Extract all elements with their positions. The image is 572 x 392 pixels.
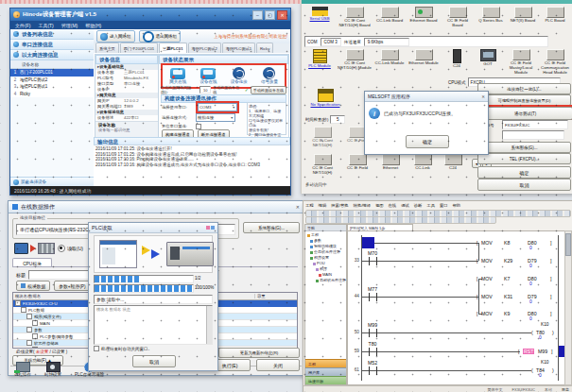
contact-symbol[interactable]	[369, 293, 377, 301]
menu-edit[interactable]: 编辑	[319, 203, 327, 208]
menu-help[interactable]: 帮助	[453, 203, 461, 208]
minimize-icon[interactable]	[206, 226, 210, 230]
if-cciefield-master[interactable]: CC IE Field Master/Local Module	[504, 49, 538, 75]
output-log[interactable]: 2016/11/09 17:01:25: 设备连接通道打开! 2016/11/0…	[94, 145, 290, 186]
exit-network-button[interactable]: 退出网络组	[139, 30, 182, 43]
cancel-button[interactable]: 取消	[132, 355, 176, 367]
if-cclink-module[interactable]: CC-Link Module	[373, 49, 406, 66]
cancel-button[interactable]: 取消	[477, 179, 571, 191]
dialog-ok-button[interactable]: 确定	[406, 135, 449, 148]
row-checkbox[interactable]	[26, 340, 32, 346]
radio-read[interactable]: 读取(U)	[58, 245, 83, 252]
if-ccie-module[interactable]: CC IE Cont NET/10(H) Module	[338, 49, 372, 71]
tab-device-4[interactable]: 海得PLC测试1	[222, 43, 255, 53]
auto-close-checkbox[interactable]	[94, 346, 99, 351]
instr-operand[interactable]: M99	[538, 349, 547, 354]
com-port-select[interactable]: COM3▼	[198, 103, 237, 111]
menu-find[interactable]: 搜索/替换	[331, 203, 348, 208]
menu-diagnostics[interactable]: 诊断	[414, 203, 423, 208]
row-checkbox[interactable]	[26, 314, 32, 319]
maximize-icon[interactable]: ▢	[265, 10, 275, 20]
menu-file[interactable]: 文件(F)	[15, 23, 30, 28]
menu-view[interactable]: 视图	[375, 203, 384, 208]
clock-setting-tool[interactable]: 时钟设置	[44, 362, 61, 377]
col-header-capacity[interactable]: 容量	[255, 294, 297, 298]
ok-button[interactable]: 确定	[477, 166, 571, 179]
manual-check-button[interactable]: 手动检测设备在线	[251, 86, 286, 94]
reset-checkbox[interactable]	[196, 124, 201, 129]
if-plc-board[interactable]: PLC Board	[540, 7, 570, 24]
instr-operand[interactable]: D80	[528, 276, 537, 281]
enter-network-button[interactable]: 进入网络组	[96, 30, 135, 43]
instr-operand[interactable]: K8	[504, 240, 510, 246]
nav-button-connection[interactable]: 连接目标	[305, 376, 346, 384]
device-row[interactable]: 3 海得PLC测试1	[10, 83, 94, 91]
row-checkbox[interactable]	[26, 327, 32, 332]
if-ethernet-module[interactable]: Ethernet Module	[407, 49, 440, 66]
dialog-titlebar[interactable]: MELSOFT 应用程序 ✕	[365, 92, 488, 102]
row-checkbox[interactable]	[15, 300, 21, 306]
instr-opcode[interactable]: MOV	[481, 294, 493, 299]
close-icon[interactable]: ✕	[277, 10, 287, 20]
row-checkbox[interactable]	[21, 307, 26, 313]
row-checkbox[interactable]	[32, 347, 38, 349]
com-port-field[interactable]: COM 3	[321, 38, 341, 46]
menu-project[interactable]: 工程	[305, 203, 314, 208]
menu-window[interactable]: 窗口	[440, 203, 448, 208]
result-listbox[interactable]: 模块名 数据名 状态	[94, 305, 213, 345]
instr-operand[interactable]: D79	[528, 258, 537, 264]
device-row[interactable]: 4 Ricky	[10, 91, 94, 98]
connection-path-button[interactable]: 连接路径一览(L)...	[477, 83, 571, 94]
station-no-specification[interactable]: No Specification	[305, 89, 345, 108]
speed-field[interactable]: 9.6Kbps	[364, 38, 409, 46]
if-ethernet-board[interactable]: Ethernet Board	[407, 7, 440, 24]
instr-operand[interactable]: K7	[504, 276, 510, 281]
contact-symbol[interactable]	[369, 366, 377, 375]
instr-operand[interactable]: K29	[504, 258, 512, 264]
sidebar-section-serial[interactable]: 串口连接信息	[10, 40, 94, 50]
if-cciefield-head[interactable]: CC IE Field Communication Head Module	[538, 49, 572, 75]
tree-item[interactable]: 局部软元件注释	[307, 278, 346, 283]
contact-symbol[interactable]	[369, 257, 377, 265]
instr-opcode[interactable]: MOV	[481, 311, 493, 316]
remote-operation-tool[interactable]: 远程操作	[14, 362, 31, 377]
instr-opcode[interactable]: MOV	[481, 276, 493, 281]
menu-help[interactable]: 帮助(H)	[85, 23, 101, 28]
menu-debug[interactable]: 调试	[401, 203, 409, 208]
close-icon[interactable]: ✕	[481, 94, 485, 99]
if-plc-module[interactable]: PLC Module	[303, 49, 336, 69]
mask-device-item[interactable]: 屏蔽选择设备	[10, 177, 94, 186]
sidebar-section-ethernet[interactable]: 以太网连接信息	[10, 50, 94, 60]
connect-mode-select[interactable]: 模拟连接▼	[196, 113, 235, 122]
time-check-field[interactable]: 5	[330, 115, 345, 124]
nav-button-project[interactable]: 工程	[305, 359, 346, 367]
auto-close-option[interactable]: 处理结束时自动关闭窗口。	[94, 346, 152, 351]
close-icon[interactable]: ✕	[296, 204, 300, 210]
close-button[interactable]: 关闭	[256, 359, 300, 371]
menu-tools[interactable]: 工具(T)	[38, 23, 53, 28]
hinode-titlebar[interactable]: Hinode设备管理客户端 v1.5 – ▢ ✕	[10, 9, 290, 21]
instr-opcode[interactable]: MOV	[481, 240, 493, 246]
coil-device[interactable]: T84	[536, 367, 545, 373]
instr-operand[interactable]: D79	[528, 294, 537, 299]
instr-operand[interactable]: K31	[504, 294, 512, 299]
tel-button[interactable]: TEL (FXCPU)...	[477, 153, 571, 164]
online-data-titlebar[interactable]: 在线数据操作 ✕	[9, 201, 303, 213]
contact-symbol[interactable]	[369, 348, 377, 356]
if-ccie-board[interactable]: CC IE Cont NET/10(H) Board	[338, 7, 372, 28]
net2-ccie-field[interactable]: CC IE Field	[341, 154, 373, 171]
minimize-icon[interactable]: –	[252, 10, 263, 20]
ladder-editor[interactable]: [ MOV K8 D80 ] 0 33 M70 [ MOV K29 D79 ] …	[347, 230, 565, 385]
close-icon[interactable]	[211, 226, 215, 230]
tab-home[interactable]: 系统主页	[95, 43, 119, 53]
plc-read-titlebar[interactable]: PLC读取	[89, 223, 217, 233]
module-data-button[interactable]: 模块数据	[16, 281, 50, 291]
scrollbar[interactable]	[206, 306, 212, 344]
net2-cclink[interactable]: CC-Link	[407, 154, 438, 171]
net2-ccie-cont[interactable]: CC IE Cont NET/10(H)	[305, 154, 339, 176]
interval-input[interactable]: 10	[199, 86, 211, 94]
menu-compile[interactable]: 转换/编译	[354, 203, 371, 208]
refresh-info-button[interactable]: 更新为最新的信息(R)	[218, 348, 300, 358]
row-checkbox[interactable]	[32, 320, 38, 326]
scrollbar[interactable]	[564, 230, 572, 385]
